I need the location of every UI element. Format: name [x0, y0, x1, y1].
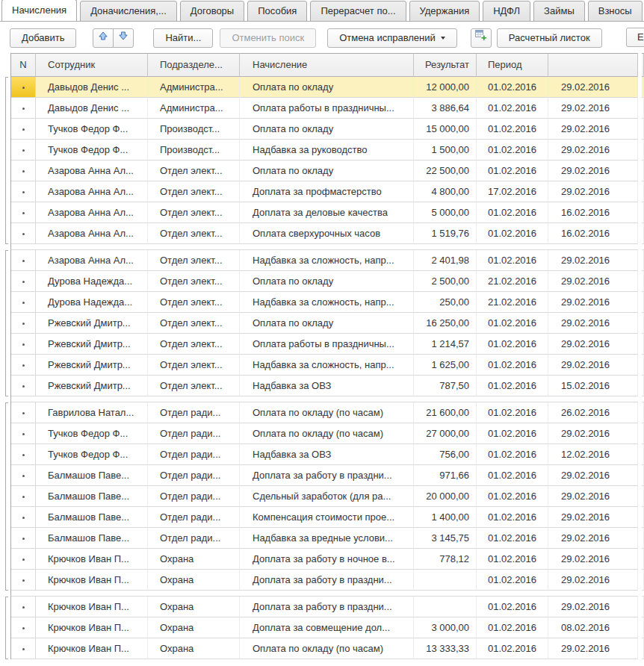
cell-period-from[interactable]: 01.02.2016 [477, 570, 548, 591]
cell-department[interactable]: Отдел ради... [148, 465, 240, 486]
cell-number[interactable] [11, 444, 36, 465]
cell-department[interactable]: Охрана [148, 638, 240, 659]
cell-department[interactable]: Отдел ради... [148, 423, 240, 444]
cell-period-from[interactable]: 01.02.2016 [477, 638, 548, 659]
cell-period-from[interactable]: 01.02.2016 [477, 486, 548, 507]
table-row[interactable]: Дурова Надежда...Отдел элект...Оплата по… [11, 271, 644, 292]
table-row[interactable]: Азарова Анна Ал...Отдел элект...Оплата с… [11, 223, 644, 244]
tab[interactable]: Пособия [247, 1, 307, 22]
cell-employee[interactable]: Дурова Надежда... [36, 271, 148, 292]
cell-period-from[interactable]: 01.02.2016 [477, 202, 548, 223]
cell-result[interactable]: 13 333,33 [414, 638, 477, 659]
cell-result[interactable]: 3 886,64 [414, 98, 477, 119]
cell-department[interactable]: Отдел элект... [148, 355, 240, 376]
cell-period-from[interactable]: 01.02.2016 [477, 465, 548, 486]
cell-department[interactable]: Охрана [148, 617, 240, 638]
cell-number[interactable] [11, 507, 36, 528]
cell-number[interactable] [11, 313, 36, 334]
cell-department[interactable]: Отдел ради... [148, 402, 240, 423]
cell-period-to[interactable]: 12.02.2016 [548, 444, 638, 465]
cell-period-to[interactable]: 29.02.2016 [548, 638, 638, 659]
cell-period-to[interactable]: 29.02.2016 [548, 313, 638, 334]
cell-period-to[interactable]: 29.02.2016 [548, 181, 638, 202]
table-row[interactable]: Крючков Иван П...ОхранаДоплата за работу… [11, 549, 644, 570]
tab[interactable]: НДФЛ [483, 1, 530, 22]
cell-number[interactable] [11, 119, 36, 140]
cell-result[interactable]: 22 500,00 [414, 161, 477, 181]
cell-number[interactable] [11, 98, 36, 119]
cell-result[interactable]: 4 800,00 [414, 181, 477, 202]
cell-number[interactable] [11, 355, 36, 376]
cell-accrual[interactable]: Оплата по окладу (по часам) [240, 423, 414, 444]
cell-period-to[interactable]: 29.02.2016 [548, 570, 638, 591]
cell-number[interactable] [11, 528, 36, 549]
cell-employee[interactable]: Азарова Анна Ал... [36, 202, 148, 223]
cell-accrual[interactable]: Надбавка за ОВЗ [240, 376, 414, 396]
column-header-department[interactable]: Подразделе... [148, 53, 240, 77]
cell-period-to[interactable]: 29.02.2016 [548, 250, 638, 271]
cell-accrual[interactable]: Надбавка за сложность, напр... [240, 250, 414, 271]
cell-period-to[interactable]: 29.02.2016 [548, 119, 638, 140]
cell-department[interactable]: Отдел ради... [148, 486, 240, 507]
table-row[interactable]: Гаврилова Натал...Отдел ради...Оплата по… [11, 402, 644, 423]
cell-result[interactable]: 250,00 [414, 292, 477, 313]
cell-accrual[interactable]: Доплата за работу в ночное в... [240, 549, 414, 570]
cell-number[interactable] [11, 140, 36, 161]
cell-result[interactable]: 16 250,00 [414, 313, 477, 334]
cell-result[interactable]: 756,00 [414, 444, 477, 465]
cell-number[interactable] [11, 292, 36, 313]
cell-result[interactable]: 2 401,98 [414, 250, 477, 271]
cell-employee[interactable]: Тучков Федор Ф... [36, 140, 148, 161]
column-header-period-from[interactable]: Период [477, 53, 548, 77]
cell-period-from[interactable]: 01.02.2016 [477, 549, 548, 570]
cell-employee[interactable]: Крючков Иван П... [36, 597, 148, 617]
cell-result[interactable]: 20 000,00 [414, 486, 477, 507]
column-header-result[interactable]: Результат [414, 53, 477, 77]
cell-result[interactable]: 1 625,00 [414, 355, 477, 376]
cell-result[interactable]: 1 400,00 [414, 507, 477, 528]
cell-department[interactable]: Администра... [148, 77, 240, 98]
table-row[interactable]: Крючков Иван П...ОхранаДоплата за работу… [11, 570, 644, 591]
cell-employee[interactable]: Дурова Надежда... [36, 292, 148, 313]
cell-number[interactable] [11, 638, 36, 659]
cancel-search-button[interactable]: Отменить поиск [220, 28, 316, 48]
table-row[interactable]: Ржевский Дмитр...Отдел элект...Оплата по… [11, 313, 644, 334]
payslip-button[interactable]: Расчетный листок [497, 28, 602, 48]
cell-period-to[interactable]: 29.02.2016 [548, 77, 638, 98]
cell-result[interactable]: 21 600,00 [414, 402, 477, 423]
table-row[interactable]: Тучков Федор Ф...Отдел ради...Надбавка з… [11, 444, 644, 465]
cell-period-from[interactable]: 01.02.2016 [477, 313, 548, 334]
column-header-period-to[interactable] [548, 53, 638, 77]
tab[interactable]: Договоры [180, 1, 244, 22]
cell-result[interactable] [414, 570, 477, 591]
cell-period-to[interactable]: 29.02.2016 [548, 140, 638, 161]
undo-corrections-dropdown[interactable]: Отмена исправлений [327, 28, 457, 48]
cell-period-from[interactable]: 01.02.2016 [477, 423, 548, 444]
cell-number[interactable] [11, 250, 36, 271]
cell-employee[interactable]: Крючков Иван П... [36, 638, 148, 659]
cell-department[interactable]: Отдел ради... [148, 444, 240, 465]
cell-period-from[interactable]: 01.02.2016 [477, 528, 548, 549]
cell-accrual[interactable]: Надбавка за сложность, напр... [240, 292, 414, 313]
cell-period-from[interactable]: 01.02.2016 [477, 161, 548, 181]
cell-period-to[interactable]: 16.02.2016 [548, 223, 638, 244]
cell-accrual[interactable]: Доплата за деловые качества [240, 202, 414, 223]
cell-employee[interactable]: Ржевский Дмитр... [36, 376, 148, 396]
cell-department[interactable]: Охрана [148, 570, 240, 591]
tab[interactable]: Перерасчет по... [310, 1, 406, 22]
cell-period-to[interactable]: 29.02.2016 [548, 465, 638, 486]
cell-period-from[interactable]: 17.02.2016 [477, 181, 548, 202]
cell-number[interactable] [11, 334, 36, 355]
cell-result[interactable]: 778,12 [414, 549, 477, 570]
tab[interactable]: Займы [533, 1, 585, 22]
cell-result[interactable]: 1 519,76 [414, 223, 477, 244]
cell-employee[interactable]: Давыдов Денис ... [36, 98, 148, 119]
move-up-button[interactable] [93, 28, 114, 48]
cell-department[interactable]: Охрана [148, 597, 240, 617]
cell-result[interactable]: 5 000,00 [414, 202, 477, 223]
cell-period-to[interactable]: 29.02.2016 [548, 528, 638, 549]
cell-department[interactable]: Администра... [148, 98, 240, 119]
cell-employee[interactable]: Балмашов Паве... [36, 507, 148, 528]
cell-accrual[interactable]: Надбавка за вредные услови... [240, 528, 414, 549]
cell-department[interactable]: Отдел элект... [148, 161, 240, 181]
